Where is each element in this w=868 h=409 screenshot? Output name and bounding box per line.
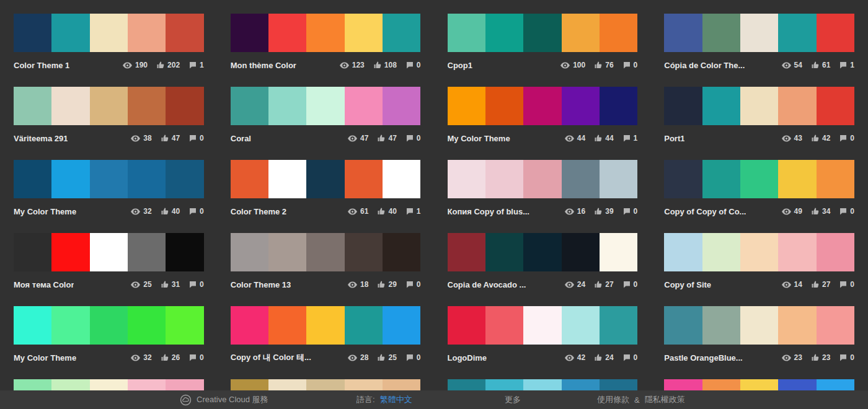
palette-card[interactable]: My Color Theme 44 44	[448, 87, 638, 145]
palette-title[interactable]: LogoDime	[448, 353, 487, 363]
color-swatch[interactable]	[600, 306, 637, 345]
likes-stat[interactable]: 27	[595, 280, 613, 289]
palette-title[interactable]: Моя тема Color	[14, 280, 74, 289]
palette-swatches[interactable]	[664, 14, 854, 52]
color-swatch[interactable]	[14, 14, 51, 52]
palette-title[interactable]: Coral	[231, 134, 251, 143]
color-swatch[interactable]	[306, 14, 344, 52]
comments-stat[interactable]: 0	[839, 207, 854, 216]
color-swatch[interactable]	[231, 14, 268, 52]
color-swatch[interactable]	[128, 160, 166, 198]
color-swatch[interactable]	[448, 233, 485, 271]
palette-card[interactable]: My Color Theme 32 40	[14, 160, 204, 218]
color-swatch[interactable]	[128, 14, 166, 52]
color-swatch[interactable]	[345, 160, 383, 198]
privacy-link[interactable]: 隱私權政策	[645, 394, 685, 405]
color-swatch[interactable]	[562, 306, 600, 345]
comments-stat[interactable]: 0	[406, 353, 421, 362]
color-swatch[interactable]	[14, 160, 51, 198]
creative-cloud-item[interactable]: Creative Cloud 服務	[180, 390, 268, 409]
color-swatch[interactable]	[600, 233, 637, 271]
terms-link[interactable]: 使用條款	[597, 394, 629, 405]
color-swatch[interactable]	[702, 14, 740, 52]
color-swatch[interactable]	[448, 306, 485, 345]
palette-card[interactable]: Color Theme 2 61 40	[231, 160, 421, 218]
color-swatch[interactable]	[778, 160, 816, 198]
palette-card[interactable]: Väriteema 291 38 47	[14, 87, 204, 145]
comments-stat[interactable]: 0	[623, 61, 638, 69]
color-swatch[interactable]	[51, 160, 89, 198]
likes-stat[interactable]: 61	[812, 61, 830, 69]
color-swatch[interactable]	[740, 233, 778, 271]
color-swatch[interactable]	[306, 233, 344, 271]
likes-stat[interactable]: 42	[812, 134, 830, 143]
likes-stat[interactable]: 27	[812, 280, 830, 289]
color-swatch[interactable]	[600, 87, 637, 125]
likes-stat[interactable]: 29	[378, 280, 396, 289]
palette-swatches[interactable]	[664, 233, 854, 271]
color-swatch[interactable]	[128, 306, 166, 345]
color-swatch[interactable]	[90, 233, 128, 271]
comments-stat[interactable]: 0	[839, 353, 854, 362]
palette-swatches[interactable]	[664, 87, 854, 125]
palette-title[interactable]: Mon thème Color	[231, 61, 296, 70]
comments-stat[interactable]: 0	[406, 280, 421, 289]
palette-card[interactable]: Моя тема Color 25 31	[14, 233, 204, 291]
color-swatch[interactable]	[523, 233, 561, 271]
likes-stat[interactable]: 39	[595, 207, 613, 216]
palette-card[interactable]: Copy of Copy of Co... 49 34	[664, 160, 854, 218]
color-swatch[interactable]	[817, 14, 854, 52]
palette-title[interactable]: Cópia de Color The...	[664, 61, 745, 70]
color-swatch[interactable]	[562, 160, 600, 198]
palette-card[interactable]: Cópia de Color The... 54 61	[664, 14, 854, 72]
palette-title[interactable]: Color Theme 2	[231, 207, 286, 216]
comments-stat[interactable]: 0	[623, 207, 638, 216]
comments-stat[interactable]: 1	[406, 207, 421, 216]
palette-card[interactable]: Coral 47 47 0	[231, 87, 421, 145]
palette-title[interactable]: Port1	[664, 134, 684, 143]
palette-swatches[interactable]	[448, 306, 638, 345]
likes-stat[interactable]: 44	[595, 134, 613, 143]
color-swatch[interactable]	[562, 14, 600, 52]
color-swatch[interactable]	[383, 160, 420, 198]
palette-card[interactable]: Mon thème Color 123 108	[231, 14, 421, 72]
color-swatch[interactable]	[166, 306, 203, 345]
color-swatch[interactable]	[702, 306, 740, 345]
comments-stat[interactable]: 1	[839, 61, 854, 69]
color-swatch[interactable]	[817, 306, 854, 345]
palette-card[interactable]: Копия Copy of blus... 16 39	[448, 160, 638, 218]
comments-stat[interactable]: 0	[406, 134, 421, 143]
comments-stat[interactable]: 0	[189, 207, 204, 216]
color-swatch[interactable]	[268, 14, 306, 52]
color-swatch[interactable]	[166, 87, 203, 125]
palette-swatches[interactable]	[14, 233, 204, 271]
color-swatch[interactable]	[383, 233, 420, 271]
palette-card[interactable]: Color Theme 1 190 202	[14, 14, 204, 72]
more-link[interactable]: 更多	[505, 390, 521, 409]
palette-title[interactable]: Copia de Avocado ...	[448, 280, 526, 289]
comments-stat[interactable]: 0	[623, 280, 638, 289]
palette-swatches[interactable]	[14, 87, 204, 125]
palette-swatches[interactable]	[231, 160, 421, 198]
color-swatch[interactable]	[740, 87, 778, 125]
likes-stat[interactable]: 23	[812, 353, 830, 362]
color-swatch[interactable]	[523, 14, 561, 52]
palette-title[interactable]: My Color Theme	[14, 353, 76, 363]
comments-stat[interactable]: 0	[839, 134, 854, 143]
color-swatch[interactable]	[231, 233, 268, 271]
color-swatch[interactable]	[383, 14, 420, 52]
palette-title[interactable]: My Color Theme	[448, 134, 510, 143]
color-swatch[interactable]	[600, 14, 637, 52]
color-swatch[interactable]	[448, 160, 485, 198]
palette-title[interactable]: My Color Theme	[14, 207, 76, 216]
likes-stat[interactable]: 76	[595, 61, 613, 69]
palette-swatches[interactable]	[664, 306, 854, 345]
comments-stat[interactable]: 1	[189, 61, 204, 69]
comments-stat[interactable]: 0	[406, 61, 421, 69]
color-swatch[interactable]	[14, 87, 51, 125]
palette-card[interactable]: Color Theme 13 18 29	[231, 233, 421, 291]
likes-stat[interactable]: 31	[161, 280, 180, 289]
color-swatch[interactable]	[345, 233, 383, 271]
color-swatch[interactable]	[778, 233, 816, 271]
likes-stat[interactable]: 24	[595, 353, 613, 362]
